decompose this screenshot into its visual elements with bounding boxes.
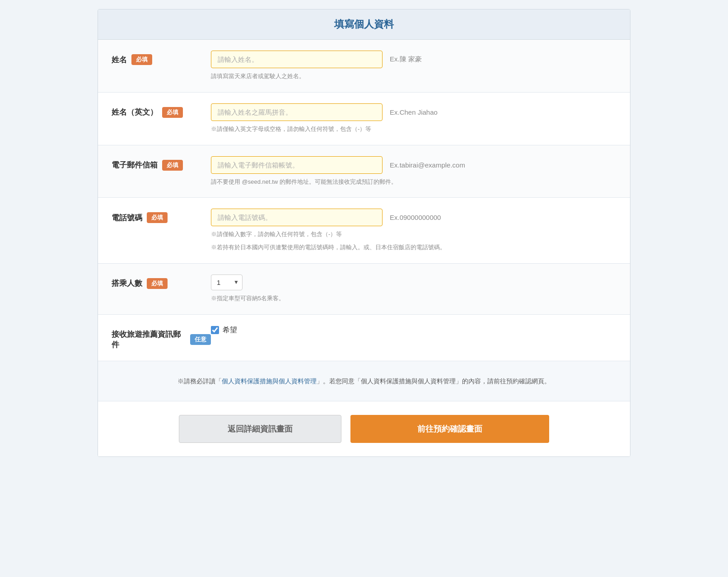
email-hint: 請不要使用 @seed.net.tw 的郵件地址。可能無法接收完成預訂的郵件。 [211,177,616,187]
button-row: 返回詳細資訊畫面 前往預約確認畫面 [98,401,630,456]
page-title: 填寫個人資料 [106,18,622,31]
newsletter-label-area: 接收旅遊推薦資訊郵件 任意 [112,326,211,350]
phone-required-badge: 必填 [147,212,168,223]
name-label-area: 姓名 必填 [112,51,211,65]
name-label: 姓名 [112,55,127,65]
name-en-required-badge: 必填 [162,107,183,118]
passengers-hint: ※指定車型可容納5名乘客。 [211,294,616,303]
name-en-label: 姓名（英文） [112,107,158,117]
name-row: 姓名 必填 Ex.陳 家豪 請填寫當天來店者或駕駛人之姓名。 [98,40,630,93]
name-input-row: Ex.陳 家豪 [211,51,616,68]
form-container: 填寫個人資料 姓名 必填 Ex.陳 家豪 請填寫當天來店者或駕駛人之姓名。 姓名… [98,9,630,457]
passengers-input-row: 1 2 3 4 5 ▼ [211,275,616,290]
name-input[interactable] [211,51,383,68]
email-label: 電子郵件信箱 [112,160,158,170]
newsletter-checkbox-label: 希望 [223,326,237,335]
phone-input-area: Ex.09000000000 ※請僅輸入數字，請勿輸入任何符號，包含（-）等 ※… [211,209,616,252]
name-en-row: 姓名（英文） 必填 Ex.Chen Jiahao ※請僅輸入英文字母或空格，請勿… [98,93,630,145]
phone-input-row: Ex.09000000000 [211,209,616,226]
name-en-hint: ※請僅輸入英文字母或空格，請勿輸入任何符號，包含（-）等 [211,125,616,134]
passengers-select[interactable]: 1 2 3 4 5 [211,275,243,290]
email-required-badge: 必填 [162,160,183,171]
name-en-input[interactable] [211,103,383,121]
newsletter-label: 接收旅遊推薦資訊郵件 [112,329,186,350]
name-input-area: Ex.陳 家豪 請填寫當天來店者或駕駛人之姓名。 [211,51,616,81]
privacy-text-middle: 」。若您同意「個人資料保護措施與個人資料管理」的內容，請前往預約確認網頁。 [317,377,551,385]
passengers-input-area: 1 2 3 4 5 ▼ ※指定車型可容納5名乘客。 [211,275,616,303]
email-label-area: 電子郵件信箱 必填 [112,156,211,171]
email-input[interactable] [211,156,383,174]
phone-hint2: ※若持有於日本國內可供連繫使用的電話號碼時，請輸入。或、日本住宿飯店的電話號碼。 [211,243,616,252]
email-example: Ex.tabirai@example.com [390,161,465,169]
passengers-select-wrapper: 1 2 3 4 5 ▼ [211,275,243,290]
name-hint: 請填寫當天來店者或駕駛人之姓名。 [211,72,616,81]
passengers-required-badge: 必填 [147,278,168,289]
passengers-label-area: 搭乘人數 必填 [112,275,211,289]
passengers-row: 搭乘人數 必填 1 2 3 4 5 ▼ ※指定車型可容納5名乘客。 [98,264,630,315]
newsletter-row: 接收旅遊推薦資訊郵件 任意 希望 [98,315,630,361]
next-button[interactable]: 前往預約確認畫面 [350,415,549,443]
back-button[interactable]: 返回詳細資訊畫面 [179,415,341,443]
newsletter-checkbox[interactable] [211,326,219,334]
name-en-example: Ex.Chen Jiahao [390,108,438,116]
newsletter-checkbox-row: 希望 [211,326,616,335]
email-input-row: Ex.tabirai@example.com [211,156,616,174]
privacy-section: ※請務必詳讀「個人資料保護措施與個人資料管理」。若您同意「個人資料保護措施與個人… [98,361,630,401]
privacy-text: ※請務必詳讀「個人資料保護措施與個人資料管理」。若您同意「個人資料保護措施與個人… [116,375,612,387]
phone-label-area: 電話號碼 必填 [112,209,211,223]
privacy-text-before: ※請務必詳讀「 [177,377,222,385]
phone-row: 電話號碼 必填 Ex.09000000000 ※請僅輸入數字，請勿輸入任何符號，… [98,198,630,264]
phone-label: 電話號碼 [112,213,142,223]
name-en-input-row: Ex.Chen Jiahao [211,103,616,121]
form-header: 填寫個人資料 [98,9,630,40]
phone-example: Ex.09000000000 [390,214,441,221]
newsletter-input-area: 希望 [211,326,616,335]
email-input-area: Ex.tabirai@example.com 請不要使用 @seed.net.t… [211,156,616,187]
name-en-label-area: 姓名（英文） 必填 [112,103,211,118]
phone-hint1: ※請僅輸入數字，請勿輸入任何符號，包含（-）等 [211,230,616,239]
name-en-input-area: Ex.Chen Jiahao ※請僅輸入英文字母或空格，請勿輸入任何符號，包含（… [211,103,616,134]
name-required-badge: 必填 [131,54,152,65]
passengers-label: 搭乘人數 [112,278,142,288]
privacy-link[interactable]: 個人資料保護措施與個人資料管理 [222,377,317,385]
newsletter-optional-badge: 任意 [190,334,211,345]
phone-input[interactable] [211,209,383,226]
name-example: Ex.陳 家豪 [390,55,422,64]
email-row: 電子郵件信箱 必填 Ex.tabirai@example.com 請不要使用 @… [98,145,630,198]
